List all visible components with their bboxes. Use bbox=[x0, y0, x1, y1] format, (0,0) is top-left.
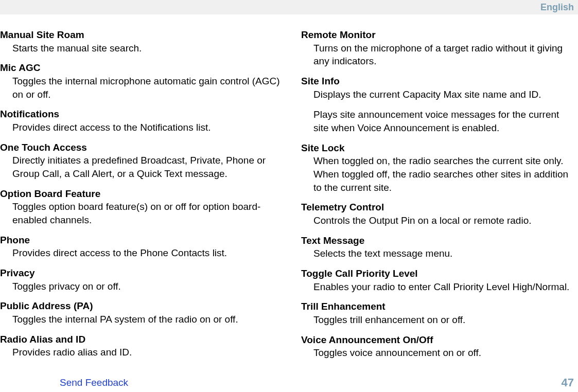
content-area: Manual Site Roam Starts the manual site … bbox=[0, 14, 578, 367]
entry-title: Voice Announcement On/Off bbox=[301, 334, 570, 347]
send-feedback-link[interactable]: Send Feedback bbox=[60, 377, 128, 388]
right-column: Remote Monitor Turns on the microphone o… bbox=[291, 29, 576, 367]
definition-entry: Privacy Toggles privacy on or off. bbox=[0, 267, 285, 293]
entry-desc: Toggles voice announcement on or off. bbox=[301, 346, 570, 360]
definition-entry: Public Address (PA) Toggles the internal… bbox=[0, 300, 285, 326]
definition-entry: Notifications Provides direct access to … bbox=[0, 108, 285, 134]
definition-entry: Telemetry Control Controls the Output Pi… bbox=[301, 201, 570, 227]
definition-entry: Option Board Feature Toggles option boar… bbox=[0, 188, 285, 227]
entry-title: Site Info bbox=[301, 75, 570, 88]
definition-entry: Voice Announcement On/Off Toggles voice … bbox=[301, 334, 570, 360]
definition-entry: Trill Enhancement Toggles trill enhancem… bbox=[301, 300, 570, 326]
entry-desc: Toggles the internal microphone automati… bbox=[0, 75, 285, 101]
entry-desc: Provides radio alias and ID. bbox=[0, 346, 285, 359]
entry-title: Public Address (PA) bbox=[0, 300, 285, 313]
definition-entry: Remote Monitor Turns on the microphone o… bbox=[301, 29, 570, 68]
definition-entry: Text Message Selects the text message me… bbox=[301, 235, 570, 260]
definition-entry: Manual Site Roam Starts the manual site … bbox=[0, 29, 285, 55]
entry-title: Manual Site Roam bbox=[0, 29, 285, 42]
entry-desc: Toggles privacy on or off. bbox=[0, 280, 285, 293]
entry-title: Privacy bbox=[0, 267, 285, 280]
definition-entry: Mic AGC Toggles the internal microphone … bbox=[0, 62, 285, 101]
definition-entry: Site Info Displays the current Capacity … bbox=[301, 75, 570, 135]
entry-desc: Directly initiates a predefined Broadcas… bbox=[0, 154, 285, 180]
definition-entry: Toggle Call Priority Level Enables your … bbox=[301, 268, 570, 293]
entry-title: One Touch Access bbox=[0, 141, 285, 154]
entry-desc: Toggles the internal PA system of the ra… bbox=[0, 313, 285, 326]
definition-entry: One Touch Access Directly initiates a pr… bbox=[0, 141, 285, 181]
entry-title: Telemetry Control bbox=[301, 201, 570, 214]
entry-desc: Toggles option board feature(s) on or of… bbox=[0, 200, 285, 226]
entry-title: Text Message bbox=[301, 235, 570, 247]
entry-desc: Selects the text message menu. bbox=[301, 247, 570, 260]
header-bar: English bbox=[0, 0, 578, 14]
entry-desc: Enables your radio to enter Call Priorit… bbox=[301, 280, 570, 294]
left-column: Manual Site Roam Starts the manual site … bbox=[0, 29, 291, 367]
definition-entry: Phone Provides direct access to the Phon… bbox=[0, 234, 285, 260]
entry-title: Trill Enhancement bbox=[301, 300, 570, 313]
entry-desc: Toggles trill enhancement on or off. bbox=[301, 313, 570, 327]
entry-desc: Provides direct access to the Phone Cont… bbox=[0, 246, 285, 260]
definition-entry: Site Lock When toggled on, the radio sea… bbox=[301, 142, 570, 194]
entry-title: Mic AGC bbox=[0, 62, 285, 75]
entry-title: Toggle Call Priority Level bbox=[301, 268, 570, 280]
language-label: English bbox=[540, 2, 574, 13]
entry-desc: Turns on the microphone of a target radi… bbox=[301, 42, 570, 68]
entry-desc: Plays site announcement voice messages f… bbox=[301, 108, 570, 134]
entry-title: Remote Monitor bbox=[301, 29, 570, 42]
entry-desc: When toggled on, the radio searches the … bbox=[301, 154, 570, 194]
entry-desc: Provides direct access to the Notificati… bbox=[0, 121, 285, 134]
entry-desc: Controls the Output Pin on a local or re… bbox=[301, 214, 570, 227]
definition-entry: Radio Alias and ID Provides radio alias … bbox=[0, 333, 285, 359]
entry-desc: Displays the current Capacity Max site n… bbox=[301, 88, 570, 101]
entry-title: Site Lock bbox=[301, 142, 570, 155]
page-number: 47 bbox=[562, 376, 574, 389]
entry-title: Phone bbox=[0, 234, 285, 247]
entry-title: Notifications bbox=[0, 108, 285, 121]
footer: Send Feedback 47 bbox=[0, 376, 578, 389]
entry-title: Radio Alias and ID bbox=[0, 333, 285, 346]
entry-desc: Starts the manual site search. bbox=[0, 42, 285, 55]
entry-title: Option Board Feature bbox=[0, 188, 285, 201]
